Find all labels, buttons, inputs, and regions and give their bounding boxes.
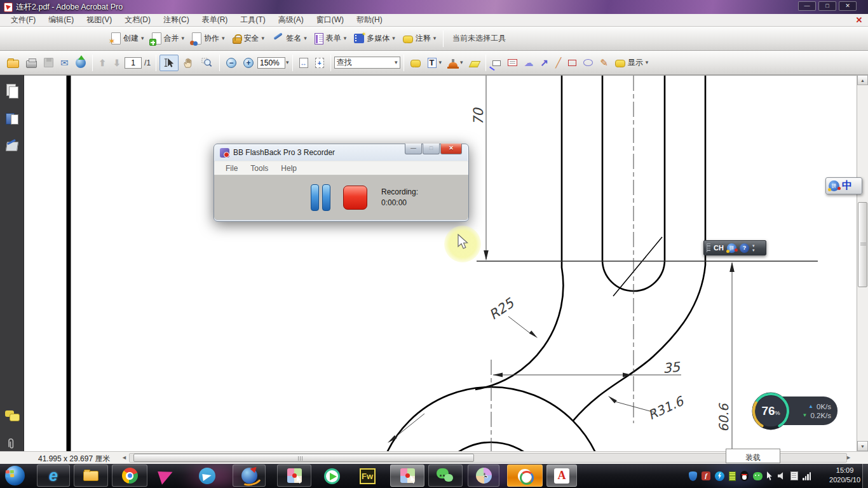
ime-pinyin-icon[interactable]: 拼 xyxy=(727,243,736,253)
menu-advanced[interactable]: 高级(A) xyxy=(273,13,309,27)
combine-button[interactable]: 合并▾ xyxy=(149,30,188,46)
pdf-page-drawing[interactable]: 70 R25 35 R31.6 60.6 xyxy=(24,76,857,452)
vertical-scroll-thumb[interactable] xyxy=(858,202,867,287)
document-viewport[interactable]: 70 R25 35 R31.6 60.6 xyxy=(24,75,857,451)
menu-document[interactable]: 文档(D) xyxy=(119,13,156,27)
ime-mode-char[interactable]: 中 xyxy=(842,179,852,193)
taskbar-capture-active-button[interactable] xyxy=(390,464,424,487)
attachments-panel-icon[interactable] xyxy=(5,437,19,451)
secure-button[interactable]: 安全▾ xyxy=(229,31,268,46)
language-bar[interactable]: CH 拼 ? ▾▾ xyxy=(703,240,766,255)
pointer-tray-icon[interactable] xyxy=(767,471,773,480)
horizontal-scroll-thumb[interactable] xyxy=(133,454,474,462)
callout-button[interactable] xyxy=(489,57,504,68)
zoom-in-button[interactable]: + xyxy=(240,56,257,70)
taskbar-capture-button[interactable] xyxy=(277,464,311,487)
text-edits-button[interactable]: T▾ xyxy=(424,56,445,70)
comments-panel-icon[interactable] xyxy=(5,409,19,423)
show-comments-button[interactable]: 显示▾ xyxy=(612,55,652,70)
sticky-note-button[interactable] xyxy=(407,57,424,69)
language-bar-options-icon[interactable]: ▾▾ xyxy=(752,243,755,252)
bookmarks-panel-icon[interactable] xyxy=(5,112,19,126)
network-signal-icon[interactable] xyxy=(803,471,811,480)
menu-edit[interactable]: 编辑(E) xyxy=(43,13,79,27)
show-desktop-button[interactable] xyxy=(862,464,868,488)
zoom-level-input[interactable] xyxy=(257,57,285,69)
rectangle-tool-button[interactable] xyxy=(565,58,580,68)
stop-button[interactable] xyxy=(343,186,367,210)
menubar-close-icon[interactable]: ✕ xyxy=(854,15,864,25)
security-shield-icon[interactable] xyxy=(689,471,697,481)
ime-help-icon[interactable]: ? xyxy=(740,243,749,253)
taskbar-orange-app-button[interactable] xyxy=(507,464,543,487)
page-number-input[interactable] xyxy=(125,57,142,69)
menu-tools[interactable]: 工具(T) xyxy=(234,13,271,27)
sign-button[interactable]: 签名▾ xyxy=(269,31,310,46)
pencil-tool-button[interactable]: ✎ xyxy=(597,56,611,69)
menu-help[interactable]: 帮助(H) xyxy=(351,13,388,27)
line-tool-button[interactable]: ╱ xyxy=(552,56,564,69)
menu-window[interactable]: 窗口(W) xyxy=(311,13,349,27)
language-indicator[interactable]: CH xyxy=(714,244,724,252)
drag-grip-icon[interactable] xyxy=(707,243,710,252)
find-dropdown-icon[interactable]: ▾ xyxy=(395,60,398,65)
taskbar-browser-globe-button[interactable] xyxy=(233,464,266,487)
multimedia-button[interactable]: 多媒体▾ xyxy=(351,31,398,46)
taskbar-explorer-button[interactable] xyxy=(74,464,108,487)
flash-icon[interactable]: f xyxy=(702,471,710,480)
wechat-tray-icon[interactable] xyxy=(753,472,763,480)
print-button[interactable] xyxy=(23,56,40,70)
pages-panel-icon[interactable] xyxy=(5,84,19,98)
volume-icon[interactable] xyxy=(778,472,786,480)
taskbar-fireworks-icon[interactable]: Fw xyxy=(355,466,380,485)
save-button[interactable] xyxy=(41,56,57,69)
window-maximize-button[interactable]: □ xyxy=(818,1,836,11)
thunder-icon[interactable] xyxy=(715,471,724,481)
scroll-up-button[interactable]: ▲ xyxy=(857,75,868,85)
comment-button[interactable]: 注释▾ xyxy=(400,31,440,46)
forms-button[interactable]: 表单▾ xyxy=(311,31,350,46)
menu-view[interactable]: 视图(V) xyxy=(81,13,118,27)
fit-page-button[interactable]: + xyxy=(312,56,327,70)
taskbar-recorder-button[interactable] xyxy=(468,464,499,487)
oval-tool-button[interactable] xyxy=(580,57,596,68)
menu-forms[interactable]: 表单(R) xyxy=(196,13,234,27)
marquee-zoom-button[interactable] xyxy=(198,55,216,71)
battery-meter-icon[interactable] xyxy=(729,471,736,481)
scroll-down-button[interactable]: ▼ xyxy=(857,441,868,451)
recorder-minimize-button[interactable]: — xyxy=(405,144,422,154)
next-page-button[interactable]: ⬇ xyxy=(110,56,124,70)
taskbar-tencent-video-icon[interactable] xyxy=(319,466,344,485)
cloud-tool-button[interactable]: ☁ xyxy=(521,56,537,69)
zoom-dropdown-icon[interactable]: ▾ xyxy=(286,60,289,65)
email-button[interactable]: ✉ xyxy=(57,56,72,69)
menu-comments[interactable]: 注释(C) xyxy=(158,13,195,27)
menu-file[interactable]: 文件(F) xyxy=(5,13,41,27)
net-monitor-widget[interactable]: ▲0K/s ▼0.2K/s 76% xyxy=(752,392,839,430)
vertical-scrollbar[interactable]: ▲ ▼ xyxy=(857,75,868,451)
recorder-menu-help[interactable]: Help xyxy=(276,163,302,174)
taskbar-ie-button[interactable]: e xyxy=(37,464,70,487)
upload-button[interactable] xyxy=(72,56,89,70)
arrow-tool-button[interactable]: ↗ xyxy=(538,56,552,69)
open-button[interactable] xyxy=(4,55,22,70)
ime-engine-icon[interactable]: 拼 xyxy=(829,180,839,191)
select-tool-button[interactable] xyxy=(159,55,179,71)
collaborate-button[interactable]: 协作▾ xyxy=(189,30,228,46)
recorder-menu-tools[interactable]: Tools xyxy=(245,163,273,174)
previous-page-button[interactable]: ⬆ xyxy=(96,56,110,70)
taskbar-clock[interactable]: 15:09 2020/5/10 xyxy=(829,466,860,485)
ime-float-pill[interactable]: 拼 中 xyxy=(825,177,862,194)
create-button[interactable]: ✶ 创建▾ xyxy=(108,30,147,46)
notes-tray-icon[interactable] xyxy=(790,471,798,480)
signatures-panel-icon[interactable] xyxy=(5,140,19,154)
highlight-button[interactable] xyxy=(467,57,482,69)
taskbar-acrobat-button[interactable]: A xyxy=(546,464,577,487)
scroll-right-icon[interactable]: ► xyxy=(846,454,851,461)
scroll-left-icon[interactable]: ◄ xyxy=(121,454,127,461)
qq-icon[interactable] xyxy=(740,471,749,481)
stamp-button[interactable]: ▾ xyxy=(445,57,466,69)
hand-tool-button[interactable] xyxy=(179,55,197,71)
zoom-out-button[interactable]: − xyxy=(223,56,240,70)
text-box-button[interactable] xyxy=(505,57,520,68)
